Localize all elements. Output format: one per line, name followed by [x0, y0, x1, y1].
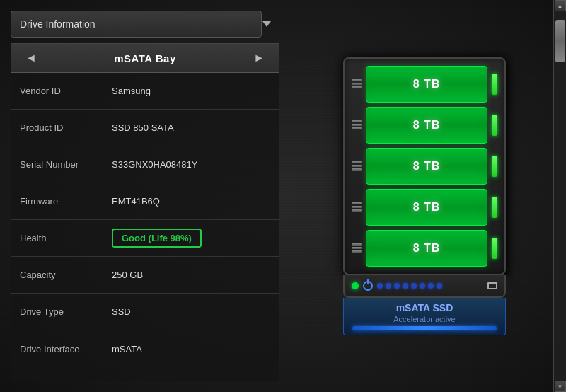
led-1: [377, 283, 383, 289]
row-value: Good (Life 98%): [103, 223, 279, 253]
table-row: Drive TypeSSD: [11, 294, 279, 330]
drive-activity-led: [492, 74, 497, 95]
right-panel: 8 TB8 TB8 TB8 TB8 TB m: [294, 11, 555, 381]
led-2: [386, 283, 391, 289]
health-badge: Good (Life 98%): [112, 229, 202, 248]
row-value: SSD 850 SATA: [103, 117, 279, 139]
drive-capacity-label: 8 TB: [413, 160, 441, 173]
led-6: [420, 283, 425, 289]
table-row: FirmwareEMT41B6Q: [11, 183, 279, 220]
drive-connector-icon: [352, 161, 362, 171]
info-rows: Vendor IDSamsungProduct IDSSD 850 SATASe…: [11, 73, 279, 367]
drive-slot: 8 TB: [366, 107, 487, 144]
row-value: mSATA: [103, 338, 279, 360]
usb-icon: [487, 282, 497, 289]
bay-prev-button[interactable]: ◄: [21, 51, 41, 65]
table-row: Product IDSSD 850 SATA: [11, 110, 279, 146]
nas-bottom: [343, 275, 506, 298]
drive-capacity-label: 8 TB: [413, 78, 441, 91]
dropdown-arrow-icon: [262, 21, 271, 27]
drive-connector-icon: [352, 243, 362, 253]
drive-slot: 8 TB: [366, 66, 487, 103]
led-5: [411, 283, 417, 289]
drive-slot: 8 TB: [366, 230, 487, 267]
led-8: [437, 283, 442, 289]
info-panel: ◄ mSATA Bay ► Vendor IDSamsungProduct ID…: [11, 43, 279, 381]
drive-bay: 8 TB: [352, 66, 497, 103]
drive-slot: 8 TB: [366, 189, 487, 226]
row-label: Product ID: [11, 117, 103, 139]
drive-slot: 8 TB: [366, 148, 487, 185]
row-value: EMT41B6Q: [103, 190, 279, 212]
drive-capacity-label: 8 TB: [413, 201, 441, 214]
msata-label-area: mSATA SSD Accelerator active: [343, 298, 506, 335]
table-row: HealthGood (Life 98%): [11, 220, 279, 257]
drive-activity-led: [492, 156, 497, 177]
led-3: [394, 283, 400, 289]
bay-header: ◄ mSATA Bay ►: [11, 44, 279, 73]
drive-activity-led: [492, 238, 497, 259]
row-label: Firmware: [11, 190, 103, 212]
drive-activity-led: [492, 197, 497, 218]
row-label: Drive Type: [11, 301, 103, 323]
main-container: Drive Information ◄ mSATA Bay ► Vendor I…: [0, 0, 566, 392]
row-label: Vendor ID: [11, 80, 103, 102]
info-rows-wrapper: Vendor IDSamsungProduct IDSSD 850 SATASe…: [11, 73, 279, 381]
dropdown-container: Drive Information: [11, 11, 279, 38]
row-label: Drive Interface: [11, 338, 103, 360]
drive-connector-icon: [352, 79, 362, 88]
bay-next-button[interactable]: ►: [249, 51, 269, 65]
table-row: Vendor IDSamsung: [11, 73, 279, 110]
drive-bay: 8 TB: [352, 107, 497, 144]
row-value: 250 GB: [103, 264, 279, 286]
led-7: [428, 283, 434, 289]
row-value: SSD: [103, 301, 279, 323]
drive-connector-icon: [352, 120, 362, 129]
bay-title: mSATA Bay: [114, 52, 176, 64]
row-label: Health: [11, 227, 103, 249]
table-row: Drive InterfacemSATA: [11, 330, 279, 367]
row-value: Samsung: [103, 80, 279, 102]
led-4: [403, 283, 408, 289]
power-button-icon[interactable]: [363, 281, 373, 291]
drive-connector-icon: [352, 202, 362, 212]
msata-subtitle: Accelerator active: [352, 315, 497, 323]
drive-bay: 8 TB: [352, 148, 497, 185]
drive-capacity-label: 8 TB: [413, 242, 441, 255]
nas-chassis: 8 TB8 TB8 TB8 TB8 TB: [343, 57, 506, 275]
dropdown-label: Drive Information: [20, 18, 96, 30]
msata-title: mSATA SSD: [352, 302, 497, 313]
table-row: Capacity250 GB: [11, 257, 279, 294]
drive-capacity-label: 8 TB: [413, 119, 441, 132]
table-row: Serial NumberS33GNX0HA08481Y: [11, 146, 279, 183]
power-led: [352, 282, 359, 289]
drive-info-dropdown[interactable]: Drive Information: [11, 11, 262, 38]
drive-bay: 8 TB: [352, 230, 497, 267]
drive-bay: 8 TB: [352, 189, 497, 226]
rows-and-scrollbar: Vendor IDSamsungProduct IDSSD 850 SATASe…: [11, 73, 279, 381]
row-value: S33GNX0HA08481Y: [103, 154, 279, 175]
row-label: Serial Number: [11, 154, 103, 175]
nas-device: 8 TB8 TB8 TB8 TB8 TB m: [343, 57, 506, 335]
drive-activity-led: [492, 115, 497, 136]
left-panel: Drive Information ◄ mSATA Bay ► Vendor I…: [11, 11, 279, 381]
row-label: Capacity: [11, 264, 103, 286]
msata-bar: [352, 326, 497, 330]
activity-leds: [377, 283, 483, 289]
